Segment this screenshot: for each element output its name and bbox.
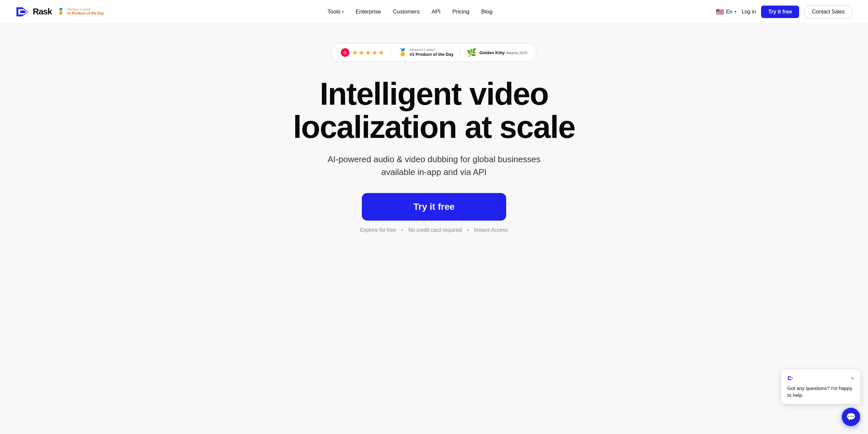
awards-badge: G ★★★★★ 🥇 PRODUCT HUNT #1 Product of the…: [331, 44, 537, 62]
footnote-instant: Instant Access: [474, 227, 508, 233]
footnote-no-card: No credit card required: [408, 227, 462, 233]
footnote-dot-2: •: [467, 227, 469, 233]
ph-medal-icon: 🥇: [398, 48, 407, 57]
golden-kitty-section: 🌿 Golden Kitty Awards 2023: [467, 48, 527, 57]
chat-open-button[interactable]: 💬: [842, 408, 860, 426]
nav-pricing-link[interactable]: Pricing: [453, 8, 469, 15]
hero-try-free-button[interactable]: Try it free: [362, 193, 506, 221]
nav-api-link[interactable]: API: [432, 8, 440, 15]
hero-footnote: Explore for free • No credit card requir…: [360, 227, 508, 233]
chat-close-button[interactable]: ×: [850, 375, 854, 382]
g2-stars: ★★★★★: [352, 49, 385, 56]
product-hunt-section: 🥇 PRODUCT HUNT #1 Product of the Day: [398, 48, 454, 57]
chat-button-icon: 💬: [846, 412, 856, 422]
nav-left: Rask 🏅 PRODUCT HUNT #1 Product of the Da…: [16, 6, 104, 17]
chat-bubble-header: ×: [787, 375, 854, 382]
logo-text: Rask: [33, 6, 52, 17]
ph-text-block: PRODUCT HUNT #1 Product of the Day: [410, 48, 454, 57]
login-link[interactable]: Log in: [742, 9, 756, 15]
lang-chevron-icon: ▾: [735, 9, 737, 14]
badge-divider: [391, 48, 392, 57]
g2-section: G ★★★★★: [341, 48, 385, 57]
g2-logo-icon: G: [341, 48, 349, 57]
chat-logo-icon: [787, 376, 794, 382]
nav-badge: 🏅 PRODUCT HUNT #1 Product of the Day: [57, 8, 104, 16]
golden-kitty-icon: 🌿: [467, 48, 477, 57]
chat-widget: × Got any questions? I'm happy to help. …: [781, 370, 860, 426]
navbar: Rask 🏅 PRODUCT HUNT #1 Product of the Da…: [0, 0, 868, 24]
language-selector[interactable]: 🇺🇸 En ▾: [716, 8, 737, 16]
nav-enterprise-link[interactable]: Enterprise: [355, 8, 381, 15]
footnote-explore: Explore for free: [360, 227, 396, 233]
rask-logo-icon: [16, 6, 30, 17]
hero-section: G ★★★★★ 🥇 PRODUCT HUNT #1 Product of the…: [0, 24, 868, 259]
nav-center: Tools ▾ Enterprise Customers API Pricing…: [328, 8, 492, 15]
nav-right: 🇺🇸 En ▾ Log in Try it free Contact Sales: [716, 5, 852, 19]
product-hunt-badge: PRODUCT HUNT #1 Product of the Day: [67, 8, 104, 16]
nav-blog-link[interactable]: Blog: [481, 8, 492, 15]
hero-subtext: AI-powered audio & video dubbing for glo…: [319, 153, 549, 179]
tools-chevron-icon: ▾: [342, 9, 344, 14]
nav-tools-link[interactable]: Tools ▾: [328, 8, 344, 15]
golden-kitty-text: Golden Kitty Awards 2023: [479, 49, 527, 56]
contact-sales-button[interactable]: Contact Sales: [804, 5, 852, 19]
badge-divider-2: [460, 48, 460, 57]
logo[interactable]: Rask: [16, 6, 52, 17]
footnote-dot-1: •: [401, 227, 403, 233]
chat-message: Got any questions? I'm happy to help.: [787, 385, 854, 399]
nav-customers-link[interactable]: Customers: [393, 8, 420, 15]
nav-try-free-button[interactable]: Try it free: [761, 6, 799, 18]
medal-icon: 🏅: [57, 8, 64, 15]
flag-icon: 🇺🇸: [716, 8, 724, 16]
hero-headline: Intelligent video localization at scale: [254, 78, 614, 144]
chat-bubble: × Got any questions? I'm happy to help.: [781, 370, 860, 404]
